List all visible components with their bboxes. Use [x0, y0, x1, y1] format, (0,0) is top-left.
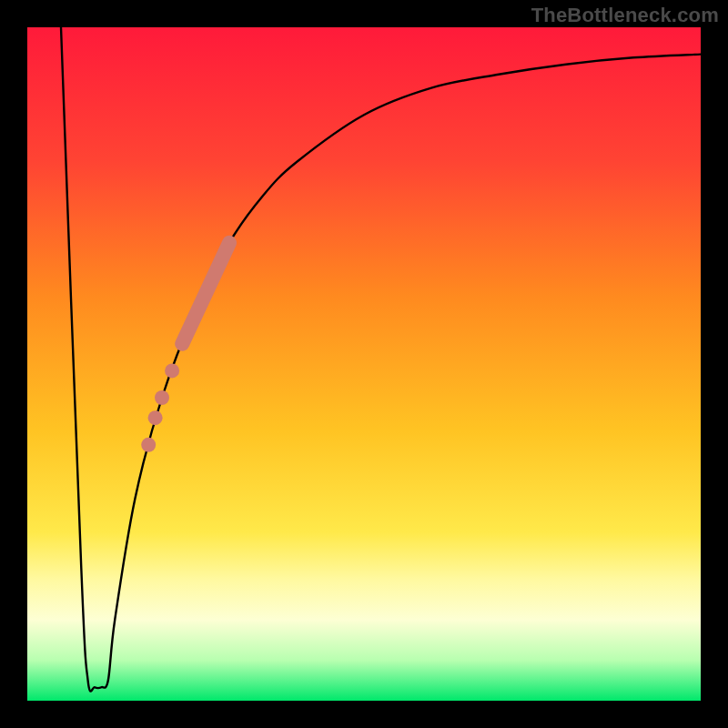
bottleneck-chart: [0, 0, 728, 728]
gradient-background: [27, 27, 701, 701]
marker-dot: [165, 363, 179, 378]
watermark-text: TheBottleneck.com: [531, 4, 719, 27]
marker-dot: [148, 410, 163, 425]
marker-dot: [141, 438, 156, 452]
chart-frame: TheBottleneck.com: [0, 0, 728, 728]
marker-dot: [155, 390, 169, 405]
plot-area: [27, 27, 701, 701]
